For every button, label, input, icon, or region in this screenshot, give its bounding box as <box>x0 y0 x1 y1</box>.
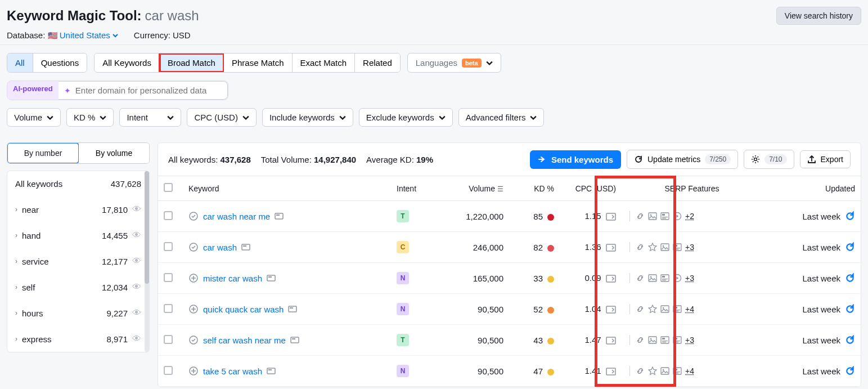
row-checkbox[interactable] <box>164 211 173 220</box>
share-icon <box>538 155 547 164</box>
serp-more-link[interactable]: +3 <box>685 243 694 252</box>
col-updated[interactable]: Updated <box>762 176 861 201</box>
eye-icon[interactable]: 👁 <box>132 256 141 266</box>
col-intent[interactable]: Intent <box>391 176 430 201</box>
serp-preview-icon[interactable] <box>275 212 284 221</box>
serp-more-link[interactable]: +3 <box>685 274 694 283</box>
tab-all[interactable]: All <box>7 53 33 72</box>
svg-rect-66 <box>674 373 678 373</box>
all-keywords-count: 437,628 <box>111 179 141 189</box>
serp-ad-icon[interactable] <box>606 274 616 283</box>
eye-icon[interactable]: 👁 <box>132 230 141 240</box>
serp-preview-icon[interactable] <box>267 366 276 375</box>
kd-filter[interactable]: KD % <box>66 108 114 127</box>
export-button[interactable]: Export <box>800 150 851 168</box>
sidebar-item-name: hand <box>22 231 97 240</box>
serp-more-link[interactable]: +4 <box>685 366 694 375</box>
refresh-icon[interactable] <box>845 366 855 376</box>
refresh-icon[interactable] <box>845 211 855 221</box>
intent-filter[interactable]: Intent <box>119 108 181 127</box>
languages-dropdown[interactable]: Languages beta <box>407 53 501 73</box>
serp-preview-icon[interactable] <box>267 274 276 283</box>
refresh-icon[interactable] <box>845 273 855 283</box>
serp-preview-icon[interactable] <box>290 336 299 345</box>
by-number-button[interactable]: By number <box>7 142 79 164</box>
row-checkbox[interactable] <box>164 366 173 375</box>
ai-domain-input[interactable] <box>75 82 222 99</box>
table-row: car wash near meT1,220,000851.15 +2Last … <box>158 201 861 232</box>
col-serp[interactable]: SERP Features <box>622 176 762 201</box>
eye-icon[interactable]: 👁 <box>132 308 141 318</box>
refresh-icon[interactable] <box>845 304 855 314</box>
eye-icon[interactable]: 👁 <box>132 334 141 344</box>
send-keywords-button[interactable]: Send keywords <box>530 150 621 169</box>
keywords-table: Keyword Intent Volume☰ KD % CPC (USD) SE… <box>158 176 861 387</box>
settings-button[interactable]: 7/10 <box>744 150 794 169</box>
col-keyword[interactable]: Keyword <box>183 176 391 201</box>
keyword-link[interactable]: mister car wash <box>203 274 262 283</box>
database-value[interactable]: United States <box>60 30 118 40</box>
svg-rect-37 <box>661 306 669 312</box>
col-cpc[interactable]: CPC (USD) <box>560 176 622 201</box>
results-panel: All keywords: 437,628 Total Volume: 14,9… <box>158 142 861 387</box>
include-keywords-filter[interactable]: Include keywords <box>262 108 353 127</box>
update-metrics-button[interactable]: Update metrics 7/250 <box>627 150 738 169</box>
serp-more-link[interactable]: +2 <box>685 212 694 221</box>
all-keywords-label[interactable]: All keywords <box>15 179 62 189</box>
tab-related[interactable]: Related <box>355 53 400 72</box>
refresh-icon[interactable] <box>845 242 855 252</box>
star-icon <box>648 243 657 252</box>
eye-icon[interactable]: 👁 <box>132 204 141 214</box>
tab-questions[interactable]: Questions <box>33 53 87 72</box>
sidebar-item[interactable]: ›hours9,227👁 <box>7 300 149 326</box>
exclude-keywords-filter[interactable]: Exclude keywords <box>359 108 453 127</box>
keyword-link[interactable]: take 5 car wash <box>203 366 262 376</box>
card-icon <box>673 243 682 252</box>
by-volume-button[interactable]: By volume <box>79 143 149 163</box>
row-checkbox[interactable] <box>164 242 173 251</box>
col-volume[interactable]: Volume☰ <box>430 176 509 201</box>
serp-preview-icon[interactable] <box>241 243 250 252</box>
volume-cell: 90,500 <box>430 325 509 356</box>
sidebar-item[interactable]: ›service12,177👁 <box>7 248 149 274</box>
volume-filter[interactable]: Volume <box>7 108 61 127</box>
advanced-filters[interactable]: Advanced filters <box>458 108 545 127</box>
keyword-link[interactable]: car wash near me <box>203 212 270 221</box>
database-selector[interactable]: Database: 🇺🇸 United States <box>7 30 118 40</box>
serp-ad-icon[interactable] <box>606 367 616 376</box>
keyword-link[interactable]: quick quack car wash <box>203 305 284 314</box>
sidebar-scrollbar[interactable] <box>145 171 149 352</box>
tab-exact-match[interactable]: Exact Match <box>293 53 356 72</box>
col-kd[interactable]: KD % <box>509 176 560 201</box>
row-checkbox[interactable] <box>164 335 173 344</box>
serp-ad-icon[interactable] <box>606 305 616 314</box>
view-history-button[interactable]: View search history <box>776 7 861 25</box>
tab-all-keywords[interactable]: All Keywords <box>95 53 160 72</box>
keyword-link[interactable]: car wash <box>203 243 237 252</box>
serp-ad-icon[interactable] <box>606 212 616 221</box>
sidebar-item[interactable]: ›self12,034👁 <box>7 274 149 300</box>
row-checkbox[interactable] <box>164 273 173 282</box>
sidebar-item[interactable]: ›hand14,455👁 <box>7 222 149 248</box>
refresh-icon[interactable] <box>845 335 855 345</box>
serp-preview-icon[interactable] <box>288 305 297 314</box>
serp-ad-icon[interactable] <box>606 243 616 252</box>
serp-more-link[interactable]: +3 <box>685 336 694 345</box>
intent-badge: T <box>397 334 409 346</box>
sidebar-item[interactable]: ›near17,810👁 <box>7 196 149 222</box>
updated-text: Last week <box>802 305 840 314</box>
select-all-checkbox[interactable] <box>164 183 173 192</box>
tab-broad-match[interactable]: Broad Match <box>160 53 224 72</box>
volume-cell: 90,500 <box>430 356 509 387</box>
serp-more-link[interactable]: +4 <box>685 305 694 314</box>
tab-phrase-match[interactable]: Phrase Match <box>224 53 293 72</box>
sidebar-item[interactable]: ›express8,971👁 <box>7 326 149 352</box>
link-icon <box>636 243 645 252</box>
star-icon <box>648 305 657 314</box>
keyword-link[interactable]: self car wash near me <box>203 336 286 345</box>
cpc-filter[interactable]: CPC (USD) <box>187 108 257 127</box>
eye-icon[interactable]: 👁 <box>132 282 141 292</box>
kd-dot-icon <box>547 338 554 345</box>
row-checkbox[interactable] <box>164 304 173 313</box>
serp-ad-icon[interactable] <box>606 336 616 345</box>
